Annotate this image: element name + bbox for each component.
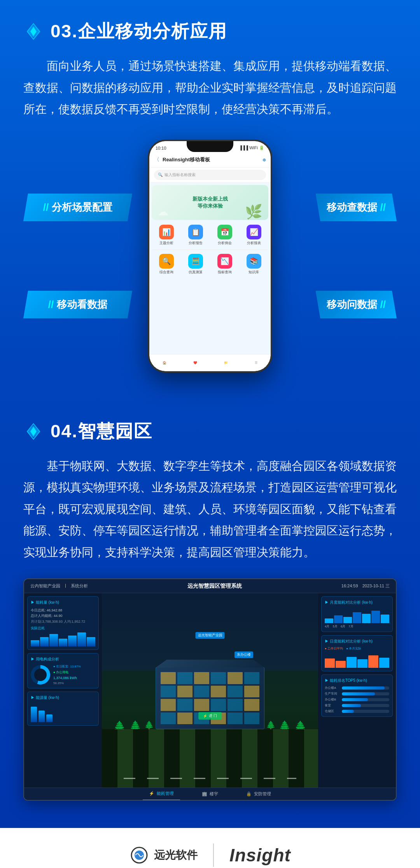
- banner-decoration: 🌿: [245, 204, 262, 220]
- dashboard-footer: ⚡ 能耗管理 🏢 楼宇 🔒 安防管理: [24, 788, 396, 800]
- footer-tab-security[interactable]: 🔒 安防管理: [240, 788, 277, 800]
- logo-yuanguang: 远光软件: [129, 845, 198, 865]
- label-mobile-query: 移动查数据 //: [316, 194, 397, 221]
- yuanguang-text: 远光软件: [154, 848, 198, 863]
- panel-electricity: ▶ 用电构成分析 ● 生活配套: 13.87% ● 办公用电 1,374,086…: [27, 653, 99, 688]
- energy-chart: [31, 631, 95, 646]
- right-panel-daily: ▶ 日度能耗对比分析 (kw·h) ● 工作日平均 ● 本月实际: [321, 635, 393, 671]
- logo-divider: [213, 844, 214, 867]
- campus-label: 东办公楼: [234, 651, 253, 658]
- page-wrapper: 03.企业移动分析应用 面向业务人员，通过场景快速搭建、集成应用，提供移动端看数…: [0, 0, 420, 868]
- enter-button[interactable]: ⚡ 进 门: [198, 712, 222, 720]
- section-03-description: 面向业务人员，通过场景快速搭建、集成应用，提供移动端看数据、查数据、问数据的移动…: [23, 55, 397, 120]
- dashboard-main-scene: 🌲 🌲 🌲 🌲 🌲 🌲: [102, 593, 318, 788]
- insight-logo: Insight: [229, 845, 291, 866]
- donut-chart: [31, 665, 50, 685]
- grid-item-1: 📋 分析报告: [182, 225, 209, 246]
- phone-search-bar: 🔍 输入指标名称搜索: [149, 168, 271, 183]
- phone-grid-row2: 🔍 综合查询 🧮 仿真测算 📉 指标查询 📚: [149, 251, 271, 277]
- yuanguang-logo-icon: [129, 845, 149, 865]
- panel-volume: ▶ 能源量 (kw·h): [27, 692, 99, 726]
- phone-bottom-nav: 🏠 ❤️ 📁 ☰: [149, 354, 271, 371]
- banner-cloud: ☁: [158, 205, 168, 218]
- grid-item-6: 📉 指标查询: [211, 254, 238, 275]
- top5-bars: 办公楼A 生产车间 办公楼B: [325, 686, 389, 713]
- section-03: 03.企业移动分析应用 面向业务人员，通过场景快速搭建、集成应用，提供移动端看数…: [0, 0, 420, 404]
- dashboard-right-panels: ▶ 月度能耗对比分析 (kw·h) 4月 5月: [318, 593, 396, 788]
- right-panel-top5: ▶ 能耗排名TOP5 (kw·h) 办公楼A 生产车间 办公: [321, 674, 393, 717]
- section-03-header: 03.企业移动分析应用: [23, 19, 397, 44]
- section-04-title: 04.智慧园区: [51, 419, 152, 444]
- grid-item-2: 📅 分析例会: [211, 225, 238, 246]
- grid-item-3: 📈 分析报表: [240, 225, 268, 246]
- dashboard-body: ▶ 能耗量 (kw·h) 今日总耗: 46,942.88 总计人均能耗: 44.…: [24, 593, 396, 788]
- grid-item-7: 📚 知识库: [240, 254, 268, 275]
- grid-item-4: 🔍 综合查询: [152, 254, 180, 275]
- right-labels: 移动查数据 // 移动问数据 //: [288, 136, 397, 377]
- phone-banner: 新版本全新上线 等你来体验 🌿 ☁: [152, 185, 268, 220]
- mobile-showcase: // 分析场景配置 // 移动看数据 10:10 ▐▐▐ WiFi 🔋: [23, 136, 397, 377]
- left-labels: // 分析场景配置 // 移动看数据: [23, 136, 132, 377]
- footer-tab-building[interactable]: 🏢 楼宇: [196, 788, 224, 800]
- phone-screen: 10:10 ▐▐▐ WiFi 🔋 〈 Realinsight移动看板 ⊕ 🔍 输…: [149, 141, 271, 371]
- phone-mockup: 10:10 ▐▐▐ WiFi 🔋 〈 Realinsight移动看板 ⊕ 🔍 输…: [148, 140, 272, 373]
- section-03-icon: [23, 21, 44, 42]
- section-04-icon: [23, 421, 44, 442]
- right-panel-monthly: ▶ 月度能耗对比分析 (kw·h) 4月 5月: [321, 596, 393, 632]
- phone-grid-row1: 📊 主题分析 📋 分析报告 📅 分析例会 📈: [149, 222, 271, 248]
- building-label: 远光智能产业园: [196, 632, 225, 639]
- phone-nav-bar: 〈 Realinsight移动看板 ⊕: [149, 153, 271, 168]
- label-analysis-config: // 分析场景配置: [23, 194, 132, 221]
- footer-tab-energy[interactable]: ⚡ 能耗管理: [143, 788, 180, 800]
- phone-notch: [187, 141, 233, 152]
- dashboard-title: 远光智慧园区管理系统: [187, 583, 242, 590]
- section-03-title: 03.企业移动分析应用: [51, 19, 227, 44]
- label-mobile-ask: 移动问数据 //: [316, 291, 397, 318]
- grid-item-5: 🧮 仿真测算: [182, 254, 209, 275]
- grid-item-0: 📊 主题分析: [152, 225, 180, 246]
- section-04-description: 基于物联网、大数据、数字孪生等技术，高度融合园区各领域数据资源，模拟真实物理环境…: [23, 455, 397, 563]
- dashboard-mockup: 云内智能产业园 | 系统分析 远光智慧园区管理系统 16:24:59 2023-…: [23, 578, 397, 801]
- 3d-scene: 🌲 🌲 🌲 🌲 🌲 🌲: [102, 593, 318, 788]
- section-04: 04.智慧园区 基于物联网、大数据、数字孪生等技术，高度融合园区各领域数据资源，…: [0, 404, 420, 828]
- dashboard-sidebar: ▶ 能耗量 (kw·h) 今日总耗: 46,942.88 总计人均能耗: 44.…: [24, 593, 102, 788]
- scene-road: [102, 729, 318, 788]
- label-mobile-view: // 移动看数据: [23, 291, 132, 318]
- section-04-header: 04.智慧园区: [23, 419, 397, 444]
- panel-energy: ▶ 能耗量 (kw·h) 今日总耗: 46,942.88 总计人均能耗: 44.…: [27, 596, 99, 650]
- dashboard-header: 云内智能产业园 | 系统分析 远光智慧园区管理系统 16:24:59 2023-…: [24, 579, 396, 593]
- bottom-logo-area: 远光软件 Insight: [0, 828, 420, 868]
- scene-building: [156, 667, 264, 729]
